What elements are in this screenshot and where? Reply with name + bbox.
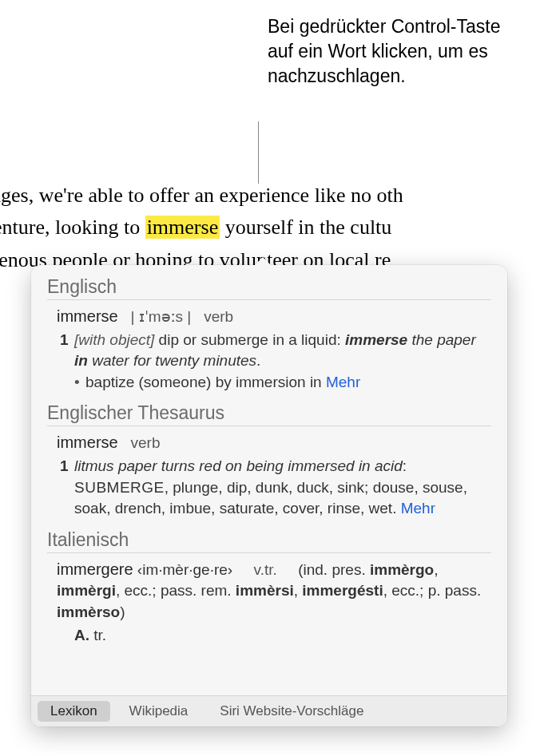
more-link[interactable]: Mehr: [401, 500, 435, 517]
text-fragment: .: [256, 352, 260, 369]
popover-content[interactable]: Englisch immerse | ɪˈməːs | verb 1[with …: [31, 265, 507, 695]
text-fragment: , ecc.; p. pass.: [383, 582, 482, 599]
text-fragment: the paper: [407, 331, 476, 348]
document-line-2[interactable]: dventure, looking to immerse yourself in…: [0, 212, 540, 243]
text-fragment: dventure, looking to: [0, 216, 145, 239]
inflection: immèrsi: [236, 582, 294, 599]
part-of-speech: v.tr.: [254, 561, 277, 578]
example-keyword: immerse: [345, 331, 407, 348]
pronunciation: | ɪˈməːs |: [131, 308, 192, 325]
thesaurus-entry: immerse verb 1litmus paper turns red on …: [47, 431, 491, 519]
text-fragment: ,: [294, 582, 303, 599]
text-fragment: yourself in the cultu: [220, 216, 391, 239]
section-header-italian: Italienisch: [47, 529, 491, 553]
syllabification: ‹im·mèr·ge·re›: [137, 561, 232, 578]
popover-footer: Lexikon Wikipedia Siri Website-Vorschläg…: [31, 695, 507, 726]
example-keyword: in: [74, 352, 88, 369]
tab-lexikon[interactable]: Lexikon: [38, 701, 110, 722]
sense-pos: tr.: [93, 627, 106, 643]
callout-text: Bei gedrückter Control-Taste auf ein Wor…: [268, 16, 500, 86]
text-fragment: :: [403, 457, 407, 474]
text-fragment: , ecc.; pass. rem.: [116, 582, 236, 599]
dictionary-entry-italian: immergere ‹im·mèr·ge·re› v.tr. (ind. pre…: [47, 558, 491, 646]
definition-block: 1litmus paper turns red on being immerse…: [57, 456, 491, 520]
inflection: immèrgo: [370, 561, 434, 578]
callout-leader-line: [258, 121, 259, 184]
part-of-speech: verb: [131, 434, 161, 451]
inflection-intro: (ind. pres.: [298, 561, 370, 578]
headword: immergere: [57, 560, 133, 578]
definition-block: 1[with object] dip or submerge in a liqu…: [57, 330, 491, 394]
more-link[interactable]: Mehr: [326, 374, 360, 390]
definition-number: 1: [60, 456, 74, 477]
part-of-speech: verb: [204, 308, 233, 325]
text-fragment: ): [120, 604, 125, 620]
grammar-note: [with object]: [74, 331, 154, 348]
definition-text: dip or submerge in a liquid:: [154, 331, 345, 348]
section-header-thesaurus: Englischer Thesaurus: [47, 402, 491, 426]
popover-arrow: [255, 257, 271, 265]
inflection: immèrgi: [57, 582, 116, 599]
section-header-english: Englisch: [47, 276, 491, 300]
definition-block: A. tr.: [57, 625, 491, 647]
headword: immerse: [57, 433, 118, 451]
primary-synonym: SUBMERGE: [74, 479, 165, 496]
tab-siri-suggestions[interactable]: Siri Website-Vorschläge: [207, 701, 376, 722]
document-line-1[interactable]: ckages, we're able to offer an experienc…: [0, 180, 540, 212]
sense-label: A.: [74, 627, 89, 643]
sub-definition: baptize (someone) by immersion in Mehr: [74, 372, 491, 394]
definition-number: 1: [60, 330, 74, 351]
highlighted-word[interactable]: immerse: [145, 216, 220, 239]
text-fragment: ckages, we're able to offer an experienc…: [0, 184, 403, 207]
dictionary-entry-english: immerse | ɪˈməːs | verb 1[with object] d…: [47, 305, 491, 393]
text-fragment: ,: [434, 561, 438, 578]
lookup-popover: Englisch immerse | ɪˈməːs | verb 1[with …: [31, 265, 507, 726]
headword: immerse: [57, 307, 118, 325]
help-callout: Bei gedrückter Control-Taste auf ein Wor…: [268, 14, 515, 89]
text-fragment: water for twenty minutes: [88, 352, 256, 369]
thesaurus-example: litmus paper turns red on being immersed…: [74, 457, 403, 474]
inflection: immergésti: [302, 582, 383, 599]
inflection: immèrso: [57, 604, 120, 620]
tab-wikipedia[interactable]: Wikipedia: [117, 701, 201, 722]
text-fragment: baptize (someone) by immersion in: [85, 374, 326, 390]
